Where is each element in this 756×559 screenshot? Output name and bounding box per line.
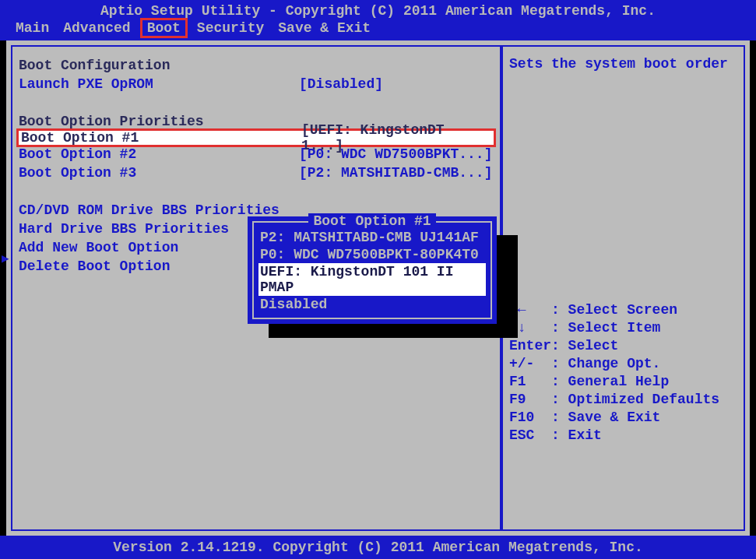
popup-item-3[interactable]: Disabled (258, 296, 486, 313)
caret-right-icon: ▶ (2, 251, 9, 266)
bios-header: Aptio Setup Utility - Copyright (C) 2011… (0, 0, 756, 40)
help-key-row: Enter: Select (509, 336, 737, 354)
help-key-row: ESC: Exit (509, 426, 737, 444)
launch-pxe-oprom[interactable]: Launch PXE OpROM [Disabled] (19, 75, 494, 93)
boot-option-2-label: Boot Option #2 (19, 146, 299, 162)
tab-advanced[interactable]: Advanced (63, 20, 130, 36)
help-pane: Sets the system boot order →←: Select Sc… (501, 45, 745, 531)
popup-item-0[interactable]: P2: MATSHITABD-CMB UJ141AF (258, 229, 486, 246)
boot-option-3[interactable]: Boot Option #3 [P2: MATSHITABD-CMB...] (19, 163, 494, 182)
popup-item-1[interactable]: P0: WDC WD7500BPKT-80PK4T0 (258, 246, 486, 263)
tab-boot[interactable]: Boot (140, 18, 188, 38)
help-key-row: +/-: Change Opt. (509, 354, 737, 372)
boot-option-2-value: [P0: WDC WD7500BPKT...] (299, 146, 494, 162)
boot-option-1-label: Boot Option #1 (21, 130, 301, 146)
tab-security[interactable]: Security (197, 20, 264, 36)
boot-option-3-value: [P2: MATSHITABD-CMB...] (299, 165, 494, 181)
help-key-row: F9: Optimized Defaults (509, 390, 737, 408)
bios-footer: Version 2.14.1219. Copyright (C) 2011 Am… (0, 536, 756, 559)
help-key-row: F1: General Help (509, 372, 737, 390)
launch-pxe-value: [Disabled] (299, 76, 494, 92)
boot-option-3-label: Boot Option #3 (19, 165, 299, 181)
section-boot-config: Boot Configuration (19, 56, 494, 75)
popup-title: Boot Option #1 (258, 213, 486, 229)
popup-item-2[interactable]: UEFI: KingstonDT 101 II PMAP (258, 263, 486, 296)
tab-save-exit[interactable]: Save & Exit (278, 20, 371, 36)
boot-option-1[interactable]: Boot Option #1 [UEFI: KingstonDT 1...] (16, 128, 496, 147)
launch-pxe-label: Launch PXE OpROM (19, 76, 299, 92)
menu-tabs: Main Advanced Boot Security Save & Exit (16, 20, 740, 36)
help-keys: →←: Select Screen ↑↓: Select Item Enter:… (509, 301, 737, 444)
bios-title: Aptio Setup Utility - Copyright (C) 2011… (16, 3, 740, 20)
help-key-row: F10: Save & Exit (509, 408, 737, 426)
help-key-row: ↑↓: Select Item (509, 318, 737, 336)
tab-main[interactable]: Main (16, 20, 49, 36)
help-text: Sets the system boot order (509, 56, 737, 72)
help-key-row: →←: Select Screen (509, 301, 737, 318)
boot-option-2[interactable]: Boot Option #2 [P0: WDC WD7500BPKT...] (19, 145, 494, 163)
boot-option-popup: Boot Option #1 P2: MATSHITABD-CMB UJ141A… (248, 216, 497, 324)
